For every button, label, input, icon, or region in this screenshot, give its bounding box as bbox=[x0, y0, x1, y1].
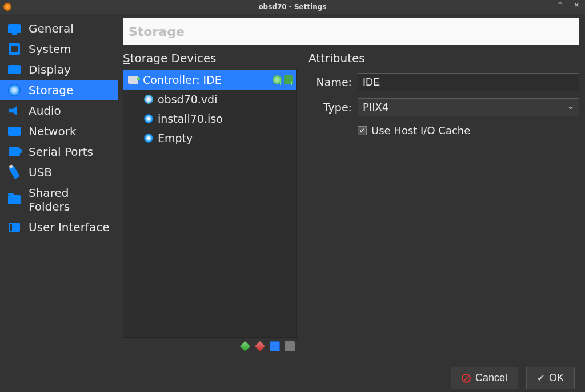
sidebar-item-shared-folders[interactable]: Shared Folders bbox=[0, 183, 118, 217]
cancel-button[interactable]: Cancel bbox=[451, 367, 518, 389]
audio-icon bbox=[8, 104, 21, 117]
add-hard-disk-button[interactable] bbox=[273, 75, 282, 84]
sidebar-item-label: USB bbox=[29, 165, 52, 179]
sidebar-item-label: Storage bbox=[29, 83, 73, 97]
storage-item-label: obsd70.vdi bbox=[158, 93, 293, 106]
type-label: Type: bbox=[308, 101, 352, 114]
add-optical-drive-button[interactable] bbox=[284, 75, 293, 84]
sidebar-item-serial-ports[interactable]: Serial Ports bbox=[0, 142, 118, 162]
remove-controller-button[interactable] bbox=[255, 341, 265, 351]
sidebar-item-label: General bbox=[29, 22, 74, 35]
hard-disk-icon bbox=[144, 95, 153, 104]
sidebar-item-label: Serial Ports bbox=[29, 145, 93, 159]
controller-type-select[interactable]: PIIX4 bbox=[358, 98, 579, 116]
window-controls[interactable]: ^ × bbox=[558, 1, 582, 9]
storage-item-empty[interactable]: Empty bbox=[123, 128, 296, 148]
storage-item-iso[interactable]: install70.iso bbox=[123, 109, 296, 128]
dialog-footer: Cancel OK bbox=[0, 359, 585, 392]
storage-item-vdi[interactable]: obsd70.vdi bbox=[123, 90, 296, 109]
sidebar-item-usb[interactable]: USB bbox=[0, 162, 118, 183]
attributes-heading: Attributes bbox=[308, 51, 579, 66]
add-attachment-button[interactable] bbox=[270, 341, 280, 351]
sidebar-item-general[interactable]: General bbox=[0, 18, 118, 39]
optical-disc-icon bbox=[144, 114, 153, 123]
sidebar-item-label: Shared Folders bbox=[29, 186, 110, 213]
storage-item-label: Empty bbox=[158, 132, 293, 144]
page-banner: Storage bbox=[123, 18, 579, 45]
sidebar-item-audio[interactable]: Audio bbox=[0, 100, 118, 121]
check-icon bbox=[537, 372, 544, 384]
usb-icon bbox=[8, 166, 21, 179]
sidebar: General System Display Storage Audio Net… bbox=[0, 14, 118, 359]
controller-label: Controller: IDE bbox=[143, 74, 268, 86]
sidebar-item-network[interactable]: Network bbox=[0, 121, 118, 142]
add-controller-button[interactable] bbox=[240, 341, 250, 351]
host-io-cache-row[interactable]: ✔ Use Host I/O Cache bbox=[358, 124, 579, 136]
remove-attachment-button[interactable] bbox=[285, 341, 295, 351]
host-io-cache-label: Use Host I/O Cache bbox=[371, 124, 470, 136]
display-icon bbox=[8, 63, 21, 76]
chip-icon bbox=[8, 43, 21, 55]
storage-icon bbox=[8, 84, 21, 96]
window-title: obsd70 - Settings bbox=[258, 3, 326, 11]
cancel-icon bbox=[462, 374, 471, 383]
storage-devices-heading: Storage Devices bbox=[123, 51, 297, 66]
storage-devices-tree: Controller: IDE obsd70.vdi install70.iso bbox=[123, 70, 297, 338]
titlebar: obsd70 - Settings ^ × bbox=[0, 0, 585, 14]
sidebar-item-label: System bbox=[29, 42, 71, 56]
controller-name-input[interactable] bbox=[358, 73, 579, 91]
storage-item-label: install70.iso bbox=[158, 112, 293, 125]
ok-button[interactable]: OK bbox=[526, 367, 575, 389]
sidebar-item-label: Network bbox=[29, 124, 77, 138]
host-io-cache-checkbox[interactable]: ✔ bbox=[358, 126, 367, 135]
sidebar-item-system[interactable]: System bbox=[0, 39, 118, 59]
network-icon bbox=[8, 125, 21, 138]
sidebar-item-label: User Interface bbox=[29, 220, 109, 234]
sidebar-item-display[interactable]: Display bbox=[0, 59, 118, 80]
sidebar-item-storage[interactable]: Storage bbox=[0, 80, 118, 100]
ui-icon bbox=[8, 221, 21, 233]
serial-icon bbox=[8, 146, 21, 158]
sidebar-item-label: Audio bbox=[29, 104, 61, 118]
name-label: Name: bbox=[308, 76, 352, 88]
controller-icon bbox=[128, 76, 138, 84]
sidebar-item-label: Display bbox=[29, 63, 71, 76]
app-icon bbox=[3, 3, 11, 11]
sidebar-item-user-interface[interactable]: User Interface bbox=[0, 217, 118, 237]
storage-toolbar bbox=[123, 338, 297, 351]
monitor-icon bbox=[8, 22, 21, 35]
controller-ide[interactable]: Controller: IDE bbox=[123, 70, 296, 90]
folder-icon bbox=[8, 193, 21, 206]
page-title: Storage bbox=[129, 25, 185, 39]
optical-disc-icon bbox=[144, 134, 153, 143]
